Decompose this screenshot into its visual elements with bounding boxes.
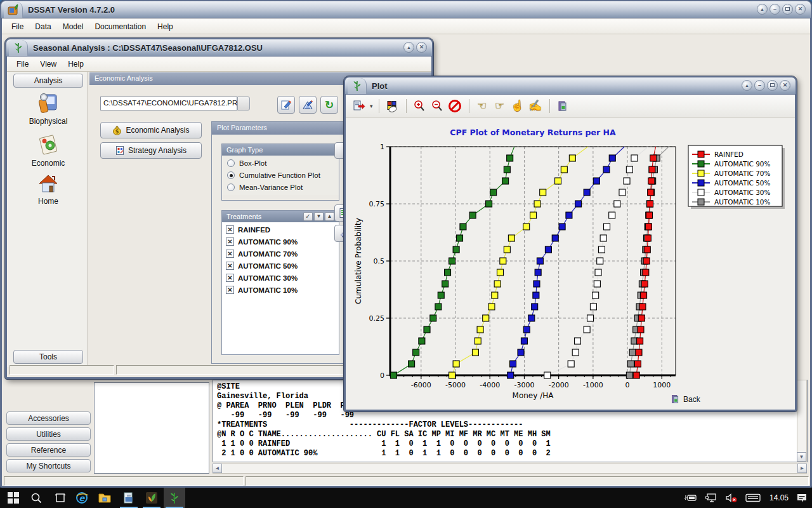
action-center-icon[interactable] — [793, 488, 811, 508]
strategy-analysis-button[interactable]: Strategy Analysis — [100, 142, 202, 159]
checkbox-checked-icon[interactable]: ✕ — [226, 274, 234, 282]
main-close-button[interactable]: ✕ — [795, 4, 806, 15]
checkbox-checked-icon[interactable]: ✕ — [226, 286, 234, 294]
pan-up-button[interactable]: ☝ — [509, 98, 526, 114]
clock[interactable]: 14.05 — [765, 488, 793, 508]
treatments-groupbox: Treatments ✓ ▼ ▲ ✕ RAINFED ✕ AUTOMATIC 9… — [221, 210, 339, 355]
zoom-in-button[interactable] — [411, 98, 428, 114]
svg-text:Cumulative Probability: Cumulative Probability — [354, 218, 363, 304]
checkbox-checked-icon[interactable]: ✕ — [226, 262, 234, 270]
radio-box-plot[interactable]: Box-Plot — [227, 159, 334, 167]
volume-muted-tray-icon[interactable] — [722, 488, 741, 508]
checkbox-checked-icon[interactable]: ✕ — [226, 250, 234, 258]
economic-analysis-button[interactable]: $ Economic Analysis — [100, 122, 202, 138]
task-view-icon — [55, 492, 66, 504]
nav-reference-button[interactable]: Reference — [6, 443, 91, 457]
hand-write-icon: ✍ — [528, 99, 542, 112]
plot-maximize-button[interactable] — [767, 80, 778, 91]
treatment-item[interactable]: ✕ AUTOMATIC 30% — [226, 274, 335, 282]
main-rollup-button[interactable]: ▲ — [757, 4, 768, 15]
seasonal-window-title: Seasonal Analysis : C:\DSSAT47\Seasonal\… — [33, 43, 263, 53]
palette-button[interactable] — [384, 98, 400, 114]
power-tray-icon[interactable] — [681, 488, 700, 508]
nav-utilities-button[interactable]: Utilities — [6, 427, 91, 441]
taskbar-app-dssat-tools[interactable] — [118, 488, 140, 508]
menu-file[interactable]: File — [6, 20, 29, 34]
checkbox-checked-icon[interactable]: ✕ — [226, 225, 234, 234]
tab-analysis[interactable]: Analysis — [13, 74, 83, 88]
treatment-item[interactable]: ✕ AUTOMATIC 70% — [226, 250, 335, 258]
menu-model[interactable]: Model — [57, 20, 89, 34]
nav-my-shortcuts-button[interactable]: My Shortcuts — [6, 459, 91, 472]
strategy-analysis-button-label: Strategy Analysis — [128, 146, 187, 155]
plot-close-button[interactable]: ✕ — [780, 80, 790, 91]
edit-file-button[interactable] — [277, 96, 295, 114]
menu-documentation[interactable]: Documentation — [89, 20, 152, 34]
refresh-button[interactable]: ↻ — [320, 96, 338, 114]
internet-explorer-icon[interactable]: e — [71, 488, 93, 508]
sidebar-item-home[interactable]: Home — [16, 172, 81, 206]
treatment-item[interactable]: ✕ AUTOMATIC 50% — [226, 262, 335, 270]
economic-file-path-input[interactable]: C:\DSSAT47\ECONOMIC\UFGA7812.PRI — [100, 97, 237, 110]
task-view-button[interactable] — [49, 488, 71, 508]
back-door-icon — [671, 394, 680, 404]
zoom-out-button[interactable] — [429, 98, 445, 114]
taskbar-app-seasonal-corn[interactable] — [164, 488, 185, 508]
edit-pencil-icon — [280, 99, 292, 110]
seasonal-rollup-button[interactable]: ▲ — [403, 42, 414, 53]
seasonal-close-button[interactable]: ✕ — [416, 42, 427, 53]
network-tray-icon[interactable] — [702, 488, 721, 508]
tab-tools[interactable]: Tools — [13, 350, 83, 364]
exit-plot-button[interactable] — [554, 98, 571, 114]
menu-data[interactable]: Data — [29, 20, 56, 34]
start-button[interactable] — [3, 488, 24, 508]
treatments-down-button[interactable]: ▼ — [314, 212, 324, 221]
seasonal-titlebar[interactable]: Seasonal Analysis : C:\DSSAT47\Seasonal\… — [6, 39, 432, 57]
taskbar-app-dssat[interactable] — [141, 488, 162, 508]
pan-left-button[interactable]: ☜ — [474, 98, 490, 114]
nav-accessories-button[interactable]: Accessories — [6, 411, 91, 425]
chart-design-button[interactable] — [299, 96, 317, 114]
scroll-down-button[interactable]: ▼ — [797, 452, 806, 462]
plot-minimize-button[interactable]: – — [754, 80, 765, 91]
no-zoom-button[interactable] — [447, 98, 463, 114]
taskbar-search-button[interactable] — [25, 488, 47, 508]
scroll-right-button[interactable]: ► — [797, 464, 807, 473]
treatment-item[interactable]: ✕ AUTOMATIC 90% — [226, 237, 335, 246]
sidebar-item-biophysical[interactable]: Biophysical — [16, 91, 81, 126]
radio-mean-variance-plot[interactable]: Mean-Variance Plot — [227, 184, 334, 191]
checkbox-checked-icon[interactable]: ✕ — [226, 237, 234, 246]
treatment-item[interactable]: ✕ RAINFED — [226, 225, 335, 234]
svg-text:0.25: 0.25 — [369, 314, 385, 323]
back-button-label: Back — [683, 395, 700, 404]
file-path-spinner[interactable] — [237, 97, 250, 110]
text-vscrollbar[interactable] — [797, 380, 807, 462]
plot-titlebar[interactable]: Plot ▲ – ✕ — [345, 77, 796, 95]
main-titlebar[interactable]: DSSAT Version 4.7.2.0 ▲ – ✕ — [1, 1, 811, 18]
main-maximize-button[interactable] — [782, 4, 793, 15]
annotate-button[interactable]: ✍ — [527, 98, 544, 114]
menu-help[interactable]: Help — [152, 20, 179, 34]
treatments-checkall-button[interactable]: ✓ — [303, 212, 313, 221]
treatments-up-button[interactable]: ▲ — [325, 212, 334, 221]
pan-right-button[interactable]: ☞ — [492, 98, 508, 114]
keyboard-tray-icon[interactable] — [742, 488, 764, 508]
main-minimize-button[interactable]: – — [769, 4, 780, 15]
export-button[interactable] — [351, 98, 367, 114]
export-caret[interactable]: ▾ — [370, 103, 373, 109]
svg-text:0: 0 — [625, 381, 630, 389]
radio-cumulative-function-plot[interactable]: Cumulative Function Plot — [227, 171, 334, 179]
file-list-panel[interactable] — [94, 382, 209, 474]
text-hscrollbar[interactable] — [213, 464, 807, 474]
seasonal-menu-file[interactable]: File — [11, 57, 34, 71]
plot-rollup-button[interactable]: ▲ — [742, 80, 752, 91]
scroll-left-button[interactable]: ◄ — [213, 464, 222, 473]
treatment-item[interactable]: ✕ AUTOMATIC 10% — [226, 286, 335, 294]
svg-text:$: $ — [115, 129, 119, 135]
seasonal-menu-view[interactable]: View — [34, 57, 62, 71]
sidebar-item-economic[interactable]: Economic — [16, 133, 81, 168]
file-explorer-icon[interactable] — [94, 488, 115, 508]
back-button[interactable]: Back — [671, 394, 700, 404]
zoom-out-icon — [431, 100, 443, 112]
seasonal-menu-help[interactable]: Help — [62, 57, 89, 71]
